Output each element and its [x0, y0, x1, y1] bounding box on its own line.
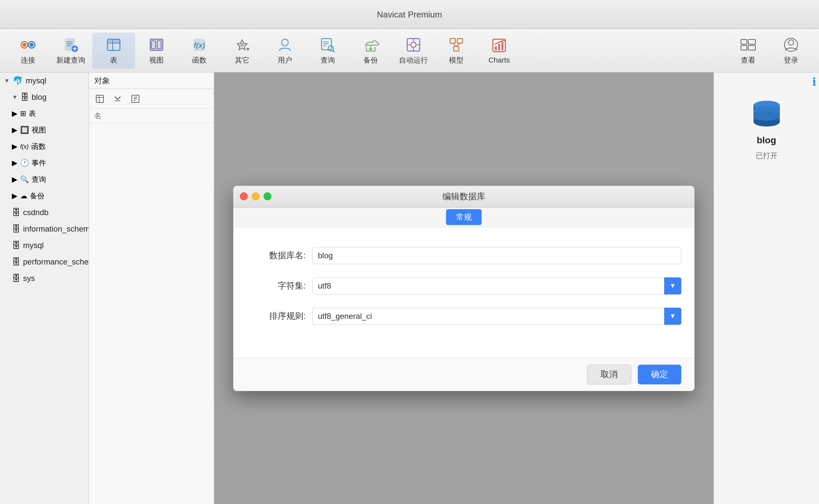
sidebar-subitem-event[interactable]: ▶ 🕐 事件 — [0, 155, 89, 171]
login-label: 登录 — [784, 55, 798, 65]
object-panel-title: 对象 — [94, 75, 110, 86]
connect-label: 连接 — [21, 55, 35, 65]
toolbar-auto[interactable]: 自动运行 — [392, 33, 435, 69]
modal-tab-general[interactable]: 常规 — [446, 209, 482, 225]
charts-label: Charts — [489, 56, 510, 65]
modal-close-button[interactable] — [240, 192, 248, 200]
event-sub-icon: 🕐 — [20, 159, 29, 167]
modal-titlebar: 编辑数据库 — [233, 186, 694, 208]
modal-traffic-lights — [240, 192, 271, 200]
view-label: 视图 — [149, 55, 164, 65]
func-sub-arrow: ▶ — [12, 142, 17, 151]
new-query-icon — [62, 36, 79, 53]
other-icon: ▾ — [234, 36, 251, 53]
user-icon — [276, 36, 294, 53]
toolbar-query[interactable]: 查询 — [306, 33, 349, 69]
toolbar-user[interactable]: 用户 — [264, 33, 306, 69]
sidebar-subitem-table[interactable]: ▶ ⊞ 表 — [0, 105, 89, 122]
db-icon-area — [748, 99, 785, 130]
svg-point-24 — [282, 39, 288, 46]
svg-rect-39 — [457, 39, 463, 43]
user-label: 用户 — [278, 55, 292, 65]
sidebar: ▼ 🐬 mysql ▼ 🗄 blog ▶ ⊞ 表 ▶ 🔲 视图 ▶ f(x) 函… — [0, 72, 89, 504]
modal-overlay: 编辑数据库 常规 数据库名: 字符集: — [214, 72, 714, 504]
toolbar-view[interactable]: 视图 — [135, 33, 178, 69]
toolbar-other[interactable]: ▾ 其它 — [221, 33, 264, 69]
charset-label: 字符集: — [246, 280, 312, 292]
titlebar: Navicat Premium — [0, 0, 819, 29]
svg-rect-15 — [107, 39, 120, 43]
modal-minimize-button[interactable] — [252, 192, 260, 200]
func-icon: f(x) — [191, 36, 208, 53]
mysql-label: mysql — [26, 76, 46, 85]
sidebar-item-blog[interactable]: ▼ 🗄 blog — [0, 89, 89, 105]
db-big-icon — [748, 99, 785, 128]
modal-footer: 取消 确定 — [233, 358, 694, 391]
svg-rect-44 — [495, 46, 497, 50]
info-icon-wrapper: ℹ — [812, 75, 816, 88]
obj-tool-btn-3[interactable] — [127, 92, 144, 106]
toolbar-view-toggle[interactable]: 查看 — [727, 33, 770, 69]
obj-tool-btn-1[interactable] — [92, 92, 108, 106]
sidebar-item-sys[interactable]: 🗄 sys — [0, 270, 89, 287]
blog-label: blog — [32, 93, 46, 102]
model-icon — [448, 36, 465, 53]
svg-point-22 — [240, 43, 244, 47]
sidebar-subitem-backup[interactable]: ▶ ☁ 备份 — [0, 188, 89, 204]
view-toggle-icon — [740, 36, 757, 53]
col-header: 名 — [89, 109, 214, 123]
charset-select[interactable]: utf8 — [312, 277, 681, 294]
svg-text:▾: ▾ — [246, 46, 249, 52]
mysql-db-icon: 🗄 — [12, 240, 20, 251]
right-panel-db-name: blog — [757, 135, 776, 146]
svg-line-41 — [453, 43, 456, 46]
sidebar-subitem-view[interactable]: ▶ 🔲 视图 — [0, 122, 89, 138]
backup-icon — [362, 36, 379, 53]
table-sub-icon: ⊞ — [20, 109, 26, 118]
toolbar-model[interactable]: 模型 — [435, 33, 478, 69]
table-label: 表 — [110, 55, 117, 65]
sys-icon: 🗄 — [12, 273, 20, 284]
sidebar-subitem-func[interactable]: ▶ f(x) 函数 — [0, 138, 89, 155]
toolbar-table[interactable]: 表 — [92, 33, 135, 69]
modal-zoom-button[interactable] — [264, 192, 271, 200]
toolbar-login[interactable]: 登录 — [770, 33, 812, 69]
svg-point-52 — [788, 40, 794, 45]
right-panel: ℹ blog 已打开 — [714, 72, 819, 504]
sidebar-subitem-query[interactable]: ▶ 🔍 查询 — [0, 171, 89, 188]
object-panel-header: 对象 — [89, 72, 214, 89]
login-icon — [782, 36, 800, 53]
backup-label: 备份 — [363, 55, 378, 65]
svg-point-68 — [753, 111, 780, 121]
toolbar-backup[interactable]: 备份 — [349, 33, 392, 69]
obj-tool-btn-2[interactable] — [109, 92, 126, 106]
toolbar-charts[interactable]: Charts — [478, 33, 521, 69]
toolbar-new-query[interactable]: 新建查询 — [49, 33, 92, 69]
sidebar-item-perf-schema[interactable]: 🗄 performance_schema — [0, 254, 89, 270]
db-name-input[interactable] — [312, 247, 681, 264]
info-schema-icon: 🗄 — [12, 224, 20, 234]
sidebar-item-mysql-db[interactable]: 🗄 mysql — [0, 237, 89, 254]
db-name-label: 数据库名: — [246, 250, 312, 261]
svg-point-3 — [22, 43, 26, 47]
toolbar-func[interactable]: f(x) 函数 — [178, 33, 221, 69]
cancel-button[interactable]: 取消 — [587, 365, 631, 384]
toolbar-connect[interactable]: 连接 — [7, 33, 49, 69]
sidebar-item-mysql[interactable]: ▼ 🐬 mysql — [0, 72, 89, 89]
event-sub-arrow: ▶ — [12, 159, 17, 167]
query-sub-label: 查询 — [32, 175, 46, 184]
form-row-collation: 排序规则: utf8_general_ci ▼ — [246, 308, 681, 325]
query-label: 查询 — [321, 55, 335, 65]
connect-icon — [19, 36, 37, 53]
collation-select[interactable]: utf8_general_ci — [312, 308, 681, 325]
app-title: Navicat Premium — [377, 9, 442, 19]
charset-select-wrapper: utf8 ▼ — [312, 277, 681, 294]
svg-rect-53 — [96, 95, 103, 102]
sidebar-item-csdndb[interactable]: 🗄 csdndb — [0, 204, 89, 221]
blog-db-icon: 🗄 — [20, 92, 29, 102]
sidebar-item-information-schema[interactable]: 🗄 information_schema — [0, 221, 89, 237]
confirm-button[interactable]: 确定 — [638, 365, 681, 384]
svg-line-30 — [333, 50, 334, 52]
sys-label: sys — [23, 274, 35, 283]
func-label: 函数 — [192, 55, 207, 65]
